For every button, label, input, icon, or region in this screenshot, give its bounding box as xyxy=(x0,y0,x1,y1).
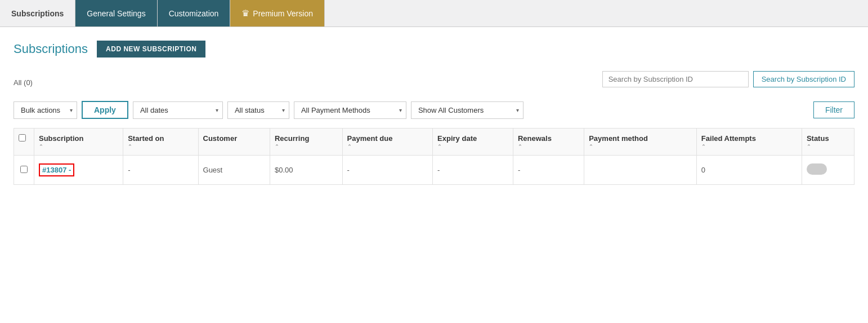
filter-row: Bulk actions ▾ Apply All dates ▾ All sta… xyxy=(14,101,854,119)
row-expiry-date: - xyxy=(433,156,513,185)
table-row: #13807 - - Guest $0.00 - - - 0 xyxy=(14,156,854,185)
th-expiry-date[interactable]: Expiry date ⌃ xyxy=(433,129,513,156)
page-header: Subscriptions ADD NEW SUBSCRIPTION xyxy=(14,41,854,57)
sort-arrow-renewals: ⌃ xyxy=(518,144,579,149)
subscriptions-table: Subscription ⌃ Started on ⌃ Customer Rec… xyxy=(14,128,854,185)
sort-arrow-payment-due: ⌃ xyxy=(347,144,428,149)
sort-arrow-subscription: ⌃ xyxy=(39,144,118,149)
subscription-link[interactable]: #13807 - xyxy=(39,163,74,176)
sort-arrow-failed-attempts: ⌃ xyxy=(701,144,797,149)
crown-icon: ♛ xyxy=(241,8,249,19)
status-select[interactable]: All status xyxy=(227,101,289,119)
dates-wrapper: All dates ▾ xyxy=(133,101,223,119)
status-toggle[interactable] xyxy=(807,163,827,175)
sort-arrow-recurring: ⌃ xyxy=(275,144,338,149)
bulk-actions-select[interactable]: Bulk actions xyxy=(14,101,77,119)
search-button[interactable]: Search by Subscription ID xyxy=(753,71,854,87)
row-payment-due: - xyxy=(342,156,433,185)
stats-label: All (0) xyxy=(14,78,33,87)
search-area: Search by Subscription ID xyxy=(602,71,854,87)
dates-select[interactable]: All dates xyxy=(133,101,223,119)
status-wrapper: All status ▾ xyxy=(227,101,289,119)
apply-button[interactable]: Apply xyxy=(82,101,128,119)
nav-item-premium-version[interactable]: ♛ Premium Version xyxy=(230,0,325,26)
th-subscription[interactable]: Subscription ⌃ xyxy=(34,129,123,156)
filter-button[interactable]: Filter xyxy=(813,101,854,118)
row-failed-attempts: 0 xyxy=(696,156,802,185)
top-navigation: Subscriptions General Settings Customiza… xyxy=(0,0,868,27)
sort-arrow-started-on: ⌃ xyxy=(128,144,193,149)
th-payment-method[interactable]: Payment method ⌃ xyxy=(584,129,697,156)
th-recurring[interactable]: Recurring ⌃ xyxy=(270,129,342,156)
row-renewals: - xyxy=(513,156,584,185)
row-status xyxy=(802,156,854,185)
row-checkbox[interactable] xyxy=(20,166,28,173)
add-new-subscription-button[interactable]: ADD NEW SUBSCRIPTION xyxy=(97,41,205,57)
nav-item-customization[interactable]: Customization xyxy=(158,0,231,26)
top-controls: All (0) Search by Subscription ID xyxy=(14,71,854,94)
sort-arrow-expiry-date: ⌃ xyxy=(437,144,508,149)
row-customer: Guest xyxy=(198,156,270,185)
th-renewals[interactable]: Renewals ⌃ xyxy=(513,129,584,156)
row-recurring: $0.00 xyxy=(270,156,342,185)
nav-item-subscriptions[interactable]: Subscriptions xyxy=(0,0,75,26)
payment-methods-select[interactable]: All Payment Methods xyxy=(294,101,406,119)
th-status[interactable]: Status ⌃ xyxy=(802,129,854,156)
table-header-row: Subscription ⌃ Started on ⌃ Customer Rec… xyxy=(14,129,854,156)
bulk-actions-wrapper: Bulk actions ▾ xyxy=(14,101,77,119)
th-payment-due[interactable]: Payment due ⌃ xyxy=(342,129,433,156)
th-failed-attempts[interactable]: Failed Attempts ⌃ xyxy=(696,129,802,156)
select-all-checkbox[interactable] xyxy=(19,134,26,141)
search-input[interactable] xyxy=(602,71,749,87)
nav-item-general-settings[interactable]: General Settings xyxy=(75,0,157,26)
row-subscription-id: #13807 - xyxy=(34,156,123,185)
page-title: Subscriptions xyxy=(14,42,88,56)
th-started-on[interactable]: Started on ⌃ xyxy=(123,129,198,156)
sort-arrow-payment-method: ⌃ xyxy=(589,144,692,149)
row-started-on: - xyxy=(123,156,198,185)
th-checkbox xyxy=(14,129,34,156)
row-checkbox-cell xyxy=(14,156,34,185)
customers-wrapper: Show All Customers ▾ xyxy=(411,101,524,119)
customers-select[interactable]: Show All Customers xyxy=(411,101,524,119)
th-customer: Customer xyxy=(198,129,270,156)
sort-arrow-status: ⌃ xyxy=(807,144,849,149)
payment-methods-wrapper: All Payment Methods ▾ xyxy=(294,101,406,119)
main-content: Subscriptions ADD NEW SUBSCRIPTION All (… xyxy=(0,27,868,323)
row-payment-method xyxy=(584,156,697,185)
